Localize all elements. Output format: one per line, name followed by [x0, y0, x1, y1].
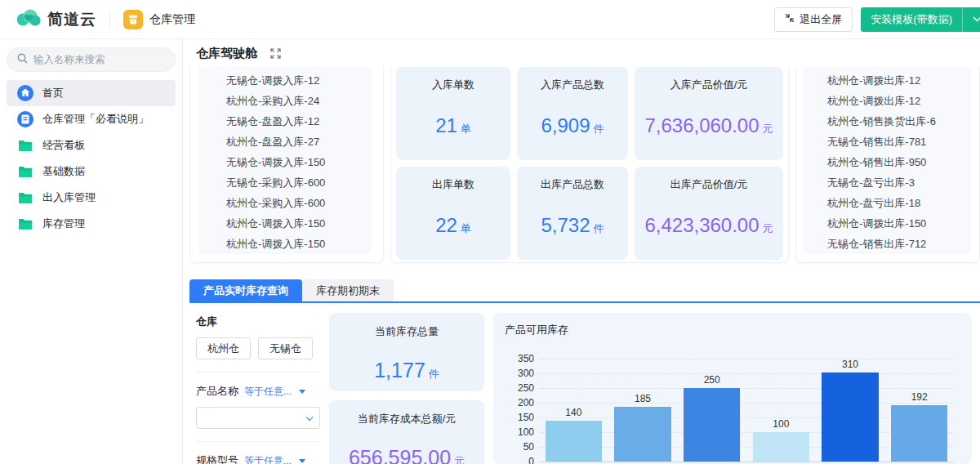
expand-fullscreen-icon[interactable]	[270, 48, 281, 59]
spec-condition: 规格型号 等于任意...	[196, 453, 320, 464]
chevron-down-icon[interactable]	[963, 16, 980, 22]
folder-icon	[16, 189, 34, 207]
order-list-item: 杭州仓-盘盈入库-27	[226, 132, 372, 152]
sidebar-item[interactable]: 库存管理	[7, 211, 176, 237]
order-list-item: 无锡仓-销售出库-781	[827, 132, 971, 152]
sidebar-item-label: 经营看板	[42, 138, 85, 153]
order-list-item: 杭州仓-销售出库-950	[827, 152, 971, 172]
chevron-down-icon	[306, 414, 313, 421]
caret-down-icon[interactable]	[299, 390, 305, 394]
order-list-item: 杭州仓-调拨出库-150	[827, 213, 971, 234]
kpi-value: 6,423,360.00元	[635, 214, 783, 237]
order-list-item: 杭州仓-调拨入库-150	[226, 213, 372, 234]
order-list-item: 杭州仓-采购入库-600	[226, 193, 372, 213]
kpi-label: 入库产品总数	[517, 78, 628, 92]
kpi-value: 5,732件	[517, 214, 628, 237]
order-list-item: 杭州仓-采购入库-24	[226, 91, 372, 111]
kpi-value: 7,636,060.00元	[635, 114, 783, 137]
y-axis-tick: 0	[506, 456, 534, 464]
product-name-condition: 产品名称 等于任意...	[196, 384, 320, 399]
inventory-tab[interactable]: 库存期初期末	[302, 279, 394, 301]
bar	[891, 405, 947, 462]
bar	[614, 407, 670, 462]
sidebar-item-label: 首页	[42, 86, 64, 100]
kpi-value: 22单	[396, 214, 510, 237]
inventory-section: 产品实时库存查询库存期初期末 仓库 杭州仓无锡仓 产品名称 等于任意...	[189, 279, 980, 464]
order-list-item: 无锡仓-调拨入库-150	[226, 152, 372, 172]
topbar-divider	[109, 11, 110, 28]
order-list-item: 杭州仓-调拨出库-12	[827, 70, 971, 91]
sidebar-search[interactable]	[7, 47, 176, 72]
outbound-orders-panel: 杭州仓-调拨出库-12杭州仓-调拨出库-12杭州仓-销售换货出库-6无锡仓-销售…	[795, 67, 980, 263]
filter-column: 仓库 杭州仓无锡仓 产品名称 等于任意... 规格型号	[196, 313, 320, 464]
bar-slot: 250	[677, 359, 746, 462]
y-axis-tick: 50	[506, 441, 534, 453]
bar-slot: 140	[539, 359, 608, 462]
inbound-orders-panel: 无锡仓-调拨入库-12杭州仓-采购入库-24无锡仓-盘盈入库-12杭州仓-盘盈入…	[189, 67, 384, 263]
bar-slot: 192	[884, 359, 954, 462]
inventory-tab[interactable]: 产品实时库存查询	[189, 279, 302, 301]
stat-label: 当前库存成本总额/元	[329, 412, 484, 426]
stat-label: 当前库存总量	[329, 324, 484, 339]
kpi-tile: 入库产品总数6,909件	[517, 67, 628, 160]
folder-icon	[16, 163, 34, 181]
chart-plot-area: 050100150200250300350140185250100310192	[539, 359, 954, 462]
warehouse-option-button[interactable]: 杭州仓	[196, 337, 251, 359]
exit-fullscreen-button[interactable]: 退出全屏	[774, 7, 853, 32]
warehouse-filter-label: 仓库	[196, 315, 320, 329]
order-list-item: 无锡仓-盘盈入库-12	[226, 111, 372, 132]
y-axis-tick: 100	[506, 426, 534, 438]
stat-value: 1,177件	[329, 359, 484, 382]
sidebar-item-label: 基础数据	[42, 164, 85, 179]
product-name-label: 产品名称	[196, 384, 238, 399]
gridline	[539, 462, 954, 462]
bar	[684, 388, 740, 462]
sidebar-item[interactable]: 经营看板	[7, 132, 176, 158]
jiandaoyun-logo[interactable]: 简道云	[16, 9, 96, 30]
warehouse-option-button[interactable]: 无锡仓	[258, 337, 313, 359]
kpi-tile: 出库单数22单	[396, 167, 510, 260]
kpi-tile: 出库产品总数5,732件	[517, 167, 628, 260]
order-list-item: 无锡仓-采购入库-600	[226, 172, 372, 193]
order-list-item: 无锡仓-调拨入库-12	[226, 70, 372, 91]
sidebar-item-label: 库存管理	[42, 216, 85, 231]
bar-chart: 050100150200250300350140185250100310192 …	[505, 341, 960, 454]
spec-operator-link[interactable]: 等于任意...	[244, 454, 292, 464]
install-template-label: 安装模板(带数据)	[861, 12, 962, 27]
folder-icon	[16, 215, 34, 233]
caret-down-icon[interactable]	[299, 459, 305, 463]
sidebar-item[interactable]: 出入库管理	[7, 185, 176, 211]
product-name-select[interactable]	[196, 407, 320, 429]
sidebar-item[interactable]: 基础数据	[7, 158, 176, 185]
sidebar-item[interactable]: 仓库管理「必看说明」	[7, 106, 176, 132]
top-bar: 简道云 仓库管理 退出全屏	[0, 0, 980, 39]
order-list-item: 杭州仓-盘亏出库-18	[827, 193, 971, 213]
topbar-actions: 退出全屏 安装模板(带数据)	[774, 7, 980, 32]
sidebar: 首页仓库管理「必看说明」经营看板基础数据出入库管理库存管理	[0, 39, 183, 464]
y-axis-tick: 200	[506, 397, 534, 408]
stock-stat-card: 当前库存成本总额/元656,595.00元	[329, 400, 484, 464]
kpi-label: 出库单数	[396, 177, 510, 192]
dashboard-top-row: 无锡仓-调拨入库-12杭州仓-采购入库-24无锡仓-盘盈入库-12杭州仓-盘盈入…	[189, 67, 980, 263]
bar-slot: 185	[608, 359, 678, 462]
product-name-operator-link[interactable]: 等于任意...	[244, 385, 292, 399]
main-area: 仓库驾驶舱 无锡仓-调拨入库-12杭州仓-采购入库-24无锡仓-盘盈入库-12杭…	[183, 39, 980, 464]
outbound-orders-list[interactable]: 杭州仓-调拨出库-12杭州仓-调拨出库-12杭州仓-销售换货出库-6无锡仓-销售…	[803, 67, 971, 254]
home-icon	[16, 84, 34, 102]
search-icon	[17, 52, 28, 67]
app-entry[interactable]: 仓库管理	[123, 10, 195, 29]
inventory-tabs: 产品实时库存查询库存期初期末	[189, 279, 980, 301]
sidebar-item[interactable]: 首页	[7, 80, 176, 106]
stock-stat-card: 当前库存总量1,177件	[329, 313, 484, 391]
bars-container: 140185250100310192	[539, 359, 954, 462]
search-input[interactable]	[33, 54, 156, 65]
sidebar-item-label: 出入库管理	[42, 190, 96, 205]
kpi-label: 出库产品价值/元	[635, 177, 783, 192]
kpi-value: 21单	[396, 114, 510, 137]
install-template-button[interactable]: 安装模板(带数据)	[861, 7, 980, 32]
kpi-tile: 入库单数21单	[396, 67, 510, 160]
bar-slot: 310	[816, 359, 885, 462]
inbound-orders-list[interactable]: 无锡仓-调拨入库-12杭州仓-采购入库-24无锡仓-盘盈入库-12杭州仓-盘盈入…	[198, 67, 372, 254]
order-list-item: 无锡仓-盘亏出库-3	[827, 172, 971, 193]
bar	[822, 373, 878, 462]
